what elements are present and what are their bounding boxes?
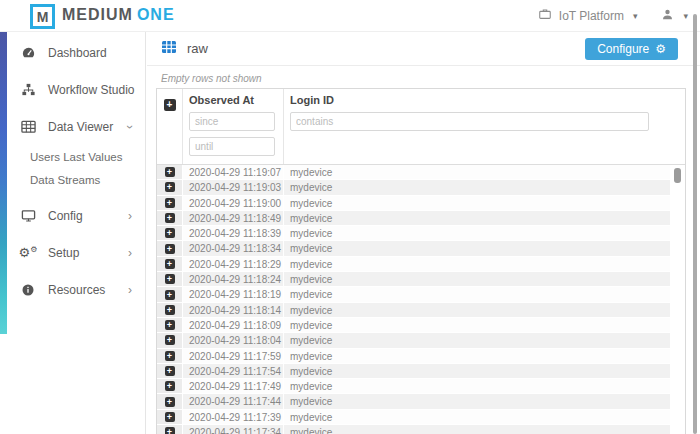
expand-row-button[interactable]: + [165,366,175,376]
top-bar: M MEDIUMONE IoT Platform [0,0,700,32]
expand-cell: + [157,425,183,434]
table-row: + 2020-04-29 11:19:07 mydevice [157,165,685,180]
sidebar-item-data-streams[interactable]: Data Streams [0,168,145,191]
login-id-cell: mydevice [284,180,670,195]
expand-row-button[interactable]: + [165,305,175,315]
expand-cell: + [157,211,183,226]
expand-all-button[interactable]: + [164,99,176,111]
sidebar-item-config[interactable]: Config [0,197,145,234]
table-grid-icon [20,119,36,134]
table-row: + 2020-04-29 11:17:54 mydevice [157,364,685,379]
login-id-cell: mydevice [284,226,670,241]
expand-cell: + [157,196,183,211]
observed-at-cell: 2020-04-29 11:17:34 [183,425,284,434]
login-id-cell: mydevice [284,196,670,211]
briefcase-icon [538,7,552,25]
expand-row-button[interactable]: + [165,320,175,330]
expand-row-button[interactable]: + [165,228,175,238]
contains-filter-input[interactable] [290,112,649,131]
table-row: + 2020-04-29 11:17:39 mydevice [157,410,685,425]
sidebar-item-setup[interactable]: ⚙⚙ Setup [0,234,145,271]
sidebar-item-label: Data Viewer [48,120,113,134]
table-header: + Observed At Login ID [157,89,685,165]
sidebar-item-workflow-studio[interactable]: Workflow Studio [0,71,145,108]
row-gutter [670,211,685,226]
login-id-cell: mydevice [284,165,670,180]
table-row: + 2020-04-29 11:18:24 mydevice [157,272,685,287]
sidebar-item-dashboard[interactable]: Dashboard [0,34,145,71]
row-gutter [670,410,685,425]
expand-cell: + [157,257,183,272]
login-id-cell: mydevice [284,425,670,434]
observed-at-cell: 2020-04-29 11:19:03 [183,180,284,195]
page-scrollbar[interactable] [693,14,697,434]
table-row: + 2020-04-29 11:18:39 mydevice [157,226,685,241]
login-id-cell: mydevice [284,379,670,394]
login-id-cell: mydevice [284,410,670,425]
sidebar-item-data-viewer[interactable]: Data Viewer [0,108,145,145]
expand-row-button[interactable]: + [165,274,175,284]
expand-row-button[interactable]: + [165,351,175,361]
expand-row-button[interactable]: + [165,412,175,422]
expand-cell: + [157,226,183,241]
observed-at-cell: 2020-04-29 11:19:00 [183,196,284,211]
sidebar-item-label: Workflow Studio [48,83,134,97]
observed-at-cell: 2020-04-29 11:18:39 [183,226,284,241]
expand-row-button[interactable]: + [165,244,175,254]
login-id-header-cell: Login ID [284,89,670,164]
observed-at-cell: 2020-04-29 11:18:09 [183,318,284,333]
expand-row-button[interactable]: + [165,167,175,177]
monitor-icon [20,208,36,223]
platform-caret-icon[interactable] [633,11,638,21]
observed-at-cell: 2020-04-29 11:18:29 [183,257,284,272]
row-gutter [670,272,685,287]
row-gutter [670,349,685,364]
table-scrollbar-thumb[interactable] [674,168,681,183]
row-gutter [670,226,685,241]
table-row: + 2020-04-29 11:18:14 mydevice [157,303,685,318]
expand-row-button[interactable]: + [165,213,175,223]
expand-row-button[interactable]: + [165,381,175,391]
chevron-right-icon [128,247,132,259]
table-row: + 2020-04-29 11:18:29 mydevice [157,257,685,272]
login-id-cell: mydevice [284,211,670,226]
expand-row-button[interactable]: + [165,290,175,300]
sidebar-item-resources[interactable]: Resources [0,271,145,308]
row-gutter [670,318,685,333]
user-menu-caret-icon[interactable] [683,11,688,21]
observed-at-header-cell: Observed At [183,89,284,164]
data-table: + Observed At Login ID + [156,88,686,434]
expand-row-button[interactable]: + [165,182,175,192]
gears-icon: ⚙⚙ [20,246,36,259]
expand-row-button[interactable]: + [165,259,175,269]
brand-name: MEDIUMONE [62,6,175,24]
row-gutter [670,196,685,211]
expand-row-button[interactable]: + [165,427,175,434]
until-filter-input[interactable] [189,137,275,156]
header-scroll-gutter [670,89,685,164]
configure-button[interactable]: Configure [585,38,678,60]
row-gutter [670,394,685,409]
page-title: raw [187,41,208,56]
user-icon[interactable] [661,7,674,25]
observed-at-cell: 2020-04-29 11:17:59 [183,349,284,364]
brand-logo[interactable]: M [30,4,55,29]
login-id-cell: mydevice [284,318,670,333]
sidebar-item-label: Dashboard [48,46,107,60]
login-id-cell: mydevice [284,303,670,318]
chevron-down-icon [128,121,132,133]
table-grid-icon [161,39,177,59]
gear-icon [655,42,666,56]
row-gutter [670,257,685,272]
brand-name-primary: MEDIUM [62,6,133,23]
table-row: + 2020-04-29 11:18:19 mydevice [157,287,685,302]
expand-row-button[interactable]: + [165,198,175,208]
expand-cell: + [157,287,183,302]
observed-at-cell: 2020-04-29 11:17:54 [183,364,284,379]
sidebar-item-users-last-values[interactable]: Users Last Values [0,145,145,168]
expand-row-button[interactable]: + [165,335,175,345]
empty-rows-note: Empty rows not shown [147,66,700,89]
platform-selector[interactable]: IoT Platform [559,9,624,23]
since-filter-input[interactable] [189,112,275,131]
expand-row-button[interactable]: + [165,397,175,407]
